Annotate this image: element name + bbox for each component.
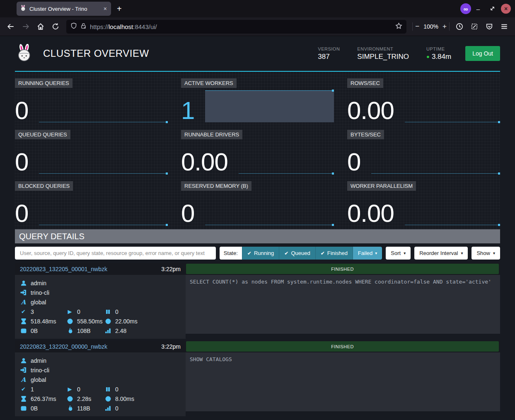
sort-dropdown[interactable]: Sort ▾ <box>386 247 411 260</box>
forward-icon[interactable] <box>19 20 32 33</box>
stat-card-active-workers: ACTIVE WORKERS 1 <box>181 78 334 122</box>
query-time: 3:22pm <box>161 343 181 350</box>
zoom-out-button[interactable]: − <box>415 22 419 31</box>
current-memory-icon <box>20 405 27 411</box>
zoom-in-button[interactable]: + <box>442 22 447 31</box>
stat-card-reserved-memory: RESERVED MEMORY (B) 0 <box>181 181 334 225</box>
stat-card-worker-parallelism: WORKER PARALLELISM 0.00 <box>347 181 500 225</box>
screenshot-icon[interactable] <box>468 20 481 33</box>
parallelism-chart-icon <box>104 405 111 411</box>
reload-icon[interactable] <box>49 20 62 33</box>
home-icon[interactable] <box>34 20 47 33</box>
query-sql-text: SELECT COUNT(*) as nodes FROM system.run… <box>186 275 500 334</box>
cumulative-memory-fire-icon <box>66 328 73 334</box>
window-minimize-button[interactable]: – <box>471 5 485 12</box>
queued-splits: 0 <box>115 386 118 393</box>
state-filter-label: State: <box>220 247 242 260</box>
query-source: trino-cli <box>31 289 49 296</box>
menu-icon[interactable] <box>498 20 511 33</box>
query-user: admin <box>31 280 46 286</box>
check-icon: ✔ <box>321 250 325 256</box>
query-details-header: QUERY DETAILS <box>15 229 500 243</box>
cumulative-memory-fire-icon <box>66 405 73 411</box>
zoom-level[interactable]: 100% <box>423 23 438 30</box>
browser-tab[interactable]: Cluster Overview - Trino × <box>17 2 111 16</box>
resource-group-icon: A <box>20 299 27 306</box>
cpu-time-gauge-icon <box>104 318 111 324</box>
pocket-shield-icon[interactable] <box>483 20 496 33</box>
query-id-link[interactable]: 20220823_132202_00000_nwbzk <box>20 343 107 350</box>
sparkline <box>39 90 168 122</box>
wall-time-hourglass-icon <box>20 396 27 402</box>
trino-page: CLUSTER OVERVIEW VERSION 387 ENVIRONMENT… <box>0 36 515 416</box>
query-filter-toolbar: State: ✔ Running ✔ Queued ✔ Finished Fai… <box>15 247 500 260</box>
resource-group-icon: A <box>20 376 27 384</box>
parallelism-chart-icon <box>104 328 111 333</box>
query-state-badge: FINISHED <box>186 341 499 352</box>
stat-card-running-queries: RUNNING QUERIES 0 <box>15 78 168 122</box>
cumulative-memory: 108B <box>77 328 91 334</box>
total-time-clock-icon <box>66 318 73 324</box>
sparkline <box>239 141 334 174</box>
sparkline <box>205 192 334 225</box>
running-splits-icon: ▶ <box>66 308 73 315</box>
environment-value: SIMPLE_TRINO <box>357 53 409 61</box>
browser-toolbar: https://localhost:8443/ui/ − 100% + <box>0 17 515 36</box>
filter-running-button[interactable]: ✔ Running <box>242 247 279 260</box>
new-tab-button[interactable]: + <box>117 4 122 14</box>
logout-button[interactable]: Log Out <box>465 46 500 61</box>
bookmark-star-icon[interactable] <box>395 22 402 31</box>
browser-titlebar: Cluster Overview - Trino × + ∞ – × <box>0 0 515 17</box>
running-splits: 0 <box>77 386 80 393</box>
query-search-input[interactable] <box>15 247 216 260</box>
reorder-interval-dropdown[interactable]: Reorder Interval ▾ <box>414 247 468 260</box>
filter-queued-button[interactable]: ✔ Queued <box>279 247 315 260</box>
history-icon[interactable] <box>453 20 466 33</box>
cpu-time: 22.00ms <box>115 318 138 325</box>
filter-failed-dropdown[interactable]: Failed ▾ <box>353 247 382 260</box>
query-sql-text: SHOW CATALOGS <box>186 352 500 411</box>
total-time-clock-icon <box>66 396 73 402</box>
filter-finished-button[interactable]: ✔ Finished <box>315 247 353 260</box>
query-user: admin <box>31 357 46 364</box>
user-icon <box>20 280 27 286</box>
window-close-button[interactable]: × <box>501 4 511 14</box>
show-dropdown[interactable]: Show ▾ <box>471 247 500 260</box>
current-memory-icon <box>20 328 27 334</box>
window-restore-button[interactable] <box>485 5 499 12</box>
running-splits: 0 <box>77 308 80 315</box>
queued-splits-pause-icon <box>104 309 111 314</box>
check-icon: ✔ <box>284 250 288 256</box>
current-memory: 0B <box>31 328 38 334</box>
sparkline <box>39 192 168 225</box>
user-icon <box>20 358 27 364</box>
query-id-link[interactable]: 20220823_132205_00001_nwbzk <box>20 266 107 272</box>
query-stats: admin trino-cli A global ✔ 3 ▶ 0 0 518.4… <box>15 275 186 339</box>
tracking-shield-icon[interactable] <box>70 22 77 31</box>
cpu-time-gauge-icon <box>104 396 111 402</box>
lock-warning-icon[interactable] <box>80 23 87 31</box>
parallelism: 0 <box>115 405 118 412</box>
wall-time: 518.48ms <box>31 318 56 325</box>
url-text: https://localhost:8443/ui/ <box>90 23 392 30</box>
uptime-value: 3.84m <box>432 53 451 61</box>
total-time: 2.28s <box>77 396 91 402</box>
sparkline <box>371 141 500 174</box>
uptime-status-icon: ● <box>426 54 430 59</box>
queued-splits: 0 <box>115 308 118 315</box>
tab-close-icon[interactable]: × <box>103 5 108 12</box>
completed-splits: 1 <box>31 386 34 393</box>
back-icon[interactable] <box>4 20 17 33</box>
chevron-down-icon: ▾ <box>461 251 463 255</box>
chevron-down-icon: ▾ <box>493 251 495 255</box>
environment-label: ENVIRONMENT <box>357 46 409 51</box>
cpu-time: 8.00ms <box>115 396 134 402</box>
cumulative-memory: 118B <box>77 405 90 412</box>
sparkline <box>205 90 334 122</box>
url-bar[interactable]: https://localhost:8443/ui/ <box>66 20 406 34</box>
query-time: 3:22pm <box>161 266 181 272</box>
private-browsing-icon: ∞ <box>460 3 471 14</box>
chevron-down-icon: ▾ <box>375 251 377 255</box>
stat-card-queued-queries: QUEUED QUERIES 0 <box>15 130 168 174</box>
query-source: trino-cli <box>31 367 49 374</box>
